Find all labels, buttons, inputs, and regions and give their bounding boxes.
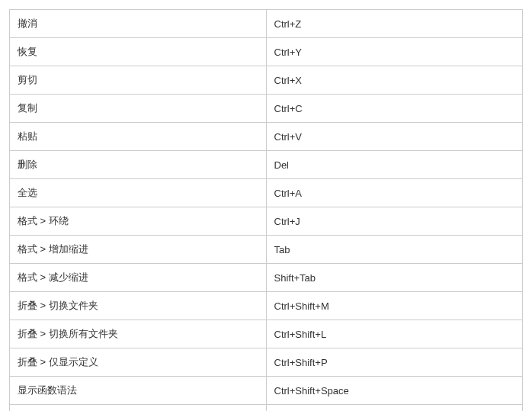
- table-row: 全选 Ctrl+A: [10, 179, 523, 207]
- shortcut-cell: Del: [266, 151, 523, 179]
- action-cell: 撤消: [10, 10, 267, 38]
- shortcut-cell: Ctrl+Shift+Space: [266, 377, 523, 405]
- table-row: 撤消 Ctrl+Z: [10, 10, 523, 38]
- action-cell: 删除: [10, 151, 267, 179]
- shortcuts-tbody: 撤消 Ctrl+Z 恢复 Ctrl+Y 剪切 Ctrl+X 复制 Ctrl+C …: [10, 10, 523, 412]
- shortcut-cell: Ctrl+Y: [266, 38, 523, 66]
- shortcut-cell: Ctrl+C: [266, 95, 523, 123]
- table-row: 恢复 Ctrl+Y: [10, 38, 523, 66]
- table-row: 折叠 > 仅显示定义 Ctrl+Shift+P: [10, 348, 523, 377]
- action-cell: 格式 > 减少缩进: [10, 264, 267, 292]
- shortcut-cell: Ctrl+X: [266, 66, 523, 95]
- table-row: 剪切 Ctrl+X: [10, 66, 523, 95]
- shortcut-cell: Tab: [266, 236, 523, 264]
- table-row: 折叠 > 切换文件夹 Ctrl+Shift+M: [10, 292, 523, 320]
- action-cell: 复制: [10, 95, 267, 123]
- table-row: 粘贴 Ctrl+V: [10, 123, 523, 151]
- action-cell: 格式 > 增加缩进: [10, 236, 267, 264]
- shortcut-cell: Ctrl+Shift+P: [266, 348, 523, 377]
- action-cell: 折叠 > 仅显示定义: [10, 348, 267, 377]
- table-row: 格式 > 环绕 Ctrl+J: [10, 207, 523, 236]
- table-row: 显示函数语法 Ctrl+Shift+Space: [10, 377, 523, 405]
- shortcut-cell: Ctrl+Shift+M: [266, 292, 523, 320]
- table-row: 折叠 > 切换所有文件夹 Ctrl+Shift+L: [10, 320, 523, 348]
- shortcut-cell: Ctrl+V: [266, 123, 523, 151]
- action-cell: 完成字: [10, 405, 267, 412]
- table-row: 格式 > 增加缩进 Tab: [10, 236, 523, 264]
- shortcuts-table: 撤消 Ctrl+Z 恢复 Ctrl+Y 剪切 Ctrl+X 复制 Ctrl+C …: [9, 9, 523, 411]
- shortcut-cell: Ctrl+J: [266, 207, 523, 236]
- action-cell: 粘贴: [10, 123, 267, 151]
- action-cell: 全选: [10, 179, 267, 207]
- shortcut-cell: Shift+Tab: [266, 264, 523, 292]
- shortcut-cell: Ctrl+Z: [266, 10, 523, 38]
- table-row: 复制 Ctrl+C: [10, 95, 523, 123]
- shortcut-cell: Ctrl+Space: [266, 405, 523, 412]
- action-cell: 显示函数语法: [10, 377, 267, 405]
- table-row: 格式 > 减少缩进 Shift+Tab: [10, 264, 523, 292]
- action-cell: 剪切: [10, 66, 267, 95]
- action-cell: 格式 > 环绕: [10, 207, 267, 236]
- action-cell: 恢复: [10, 38, 267, 66]
- action-cell: 折叠 > 切换文件夹: [10, 292, 267, 320]
- table-row: 删除 Del: [10, 151, 523, 179]
- table-row: 完成字 Ctrl+Space: [10, 405, 523, 412]
- action-cell: 折叠 > 切换所有文件夹: [10, 320, 267, 348]
- shortcut-cell: Ctrl+Shift+L: [266, 320, 523, 348]
- shortcut-cell: Ctrl+A: [266, 179, 523, 207]
